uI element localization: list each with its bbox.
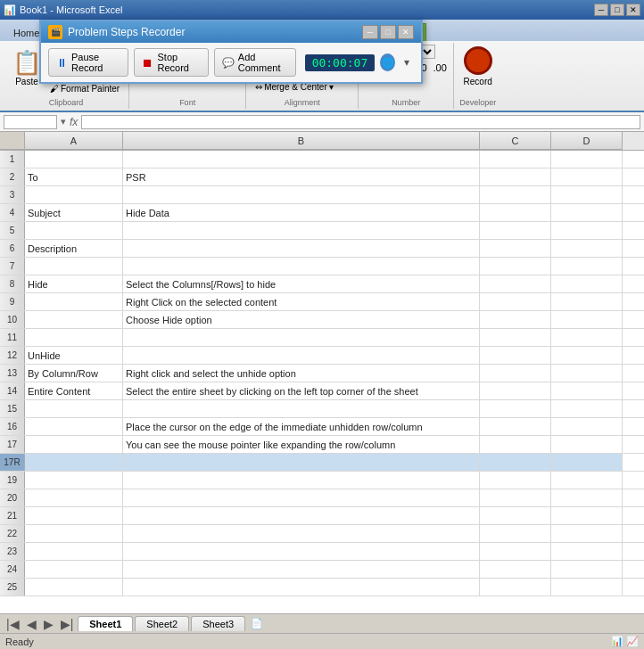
cell[interactable] xyxy=(551,347,623,364)
cell[interactable] xyxy=(551,168,623,185)
cell[interactable] xyxy=(480,293,551,310)
maximize-button[interactable]: □ xyxy=(610,4,624,16)
cell[interactable] xyxy=(123,222,480,239)
cell[interactable] xyxy=(123,258,480,275)
cell[interactable] xyxy=(123,186,480,203)
cell[interactable] xyxy=(25,293,123,310)
sheet-tab-sheet3[interactable]: Sheet3 xyxy=(191,616,245,631)
cell[interactable] xyxy=(25,507,123,524)
row-header[interactable]: 1 xyxy=(0,151,25,168)
col-header-a[interactable]: A xyxy=(25,132,123,150)
cell[interactable] xyxy=(480,222,551,239)
psr-help-button[interactable]: 🌐 xyxy=(380,53,395,71)
cell[interactable] xyxy=(25,311,123,328)
minimize-button[interactable]: ─ xyxy=(594,4,608,16)
row-header[interactable]: 24 xyxy=(0,561,25,578)
cell[interactable] xyxy=(480,151,551,168)
cell[interactable] xyxy=(551,543,623,560)
cell[interactable] xyxy=(551,311,623,328)
cell[interactable] xyxy=(480,454,551,471)
cell[interactable] xyxy=(25,186,123,203)
cell[interactable] xyxy=(480,365,551,382)
cell[interactable] xyxy=(551,151,623,168)
cell[interactable] xyxy=(480,311,551,328)
row-header[interactable]: 23 xyxy=(0,543,25,560)
cell[interactable] xyxy=(123,543,480,560)
cell[interactable] xyxy=(551,382,623,399)
cell[interactable]: Select the Columns[/Rows] to hide xyxy=(123,275,480,292)
row-header[interactable]: 3 xyxy=(0,186,25,203)
cell[interactable] xyxy=(480,329,551,346)
col-header-c[interactable]: C xyxy=(480,132,551,150)
add-comment-button[interactable]: 💬 Add Comment xyxy=(214,48,296,77)
tab-nav-first[interactable]: |◀ xyxy=(4,617,22,631)
cell[interactable]: To xyxy=(25,168,123,185)
psr-minimize-button[interactable]: ─ xyxy=(362,25,378,39)
cell[interactable]: Right Click on the selected content xyxy=(123,293,480,310)
record-button[interactable] xyxy=(464,46,492,75)
row-header[interactable]: 13 xyxy=(0,365,25,382)
cell[interactable] xyxy=(551,472,623,489)
stop-record-button[interactable]: ⏹ Stop Record xyxy=(134,48,208,77)
cell[interactable] xyxy=(480,436,551,453)
cell[interactable] xyxy=(480,347,551,364)
pause-record-button[interactable]: ⏸ Pause Record xyxy=(48,48,128,77)
row-header[interactable]: 4 xyxy=(0,204,25,221)
cell[interactable] xyxy=(551,418,623,435)
cell[interactable] xyxy=(25,561,123,578)
cell[interactable] xyxy=(551,561,623,578)
cell[interactable] xyxy=(123,507,480,524)
cell[interactable] xyxy=(551,400,623,417)
cell[interactable] xyxy=(25,329,123,346)
cell[interactable] xyxy=(480,579,551,596)
cell[interactable] xyxy=(25,151,123,168)
sheet-tab-sheet1[interactable]: Sheet1 xyxy=(78,616,133,631)
cell[interactable] xyxy=(25,222,123,239)
increase-decimal-button[interactable]: .00 xyxy=(432,61,448,75)
row-header[interactable]: 14 xyxy=(0,382,25,399)
cell[interactable] xyxy=(123,472,480,489)
cell[interactable]: Entire Content xyxy=(25,382,123,399)
cell[interactable] xyxy=(123,329,480,346)
cell[interactable]: Subject xyxy=(25,204,123,221)
cell[interactable] xyxy=(480,240,551,257)
cell[interactable] xyxy=(123,454,480,471)
cell[interactable] xyxy=(25,436,123,453)
cell[interactable] xyxy=(551,329,623,346)
cell[interactable] xyxy=(25,579,123,596)
cell[interactable] xyxy=(480,186,551,203)
row-header[interactable]: 12 xyxy=(0,347,25,364)
cell[interactable] xyxy=(480,168,551,185)
cell[interactable]: Place the cursor on the edge of the imme… xyxy=(123,418,480,435)
row-header[interactable]: 15 xyxy=(0,400,25,417)
cell[interactable] xyxy=(551,258,623,275)
cell[interactable] xyxy=(551,204,623,221)
cell[interactable] xyxy=(551,436,623,453)
row-header[interactable]: 9 xyxy=(0,293,25,310)
cell[interactable] xyxy=(480,525,551,542)
cell[interactable] xyxy=(25,543,123,560)
cell[interactable] xyxy=(480,543,551,560)
cell[interactable] xyxy=(480,472,551,489)
row-header[interactable]: 25 xyxy=(0,579,25,596)
cell[interactable] xyxy=(25,258,123,275)
psr-controls[interactable]: ─ □ ✕ xyxy=(362,25,414,39)
cell[interactable]: PSR xyxy=(123,168,480,185)
cell[interactable] xyxy=(551,275,623,292)
cell[interactable]: Right click and select the unhide option xyxy=(123,365,480,382)
psr-close-button[interactable]: ✕ xyxy=(398,25,414,39)
cell[interactable] xyxy=(551,186,623,203)
row-header[interactable]: 10 xyxy=(0,311,25,328)
row-header[interactable]: 21 xyxy=(0,507,25,524)
cell[interactable]: UnHide xyxy=(25,347,123,364)
row-header[interactable]: 7 xyxy=(0,258,25,275)
cell[interactable] xyxy=(551,489,623,506)
cell[interactable] xyxy=(551,240,623,257)
tab-nav-next[interactable]: ▶ xyxy=(41,617,56,631)
sheet-tab-sheet2[interactable]: Sheet2 xyxy=(135,616,189,631)
cell[interactable] xyxy=(551,293,623,310)
cell[interactable]: Description xyxy=(25,240,123,257)
psr-dropdown-button[interactable]: ▾ xyxy=(400,54,414,70)
row-header[interactable]: 17 xyxy=(0,436,25,453)
cell[interactable] xyxy=(480,382,551,399)
